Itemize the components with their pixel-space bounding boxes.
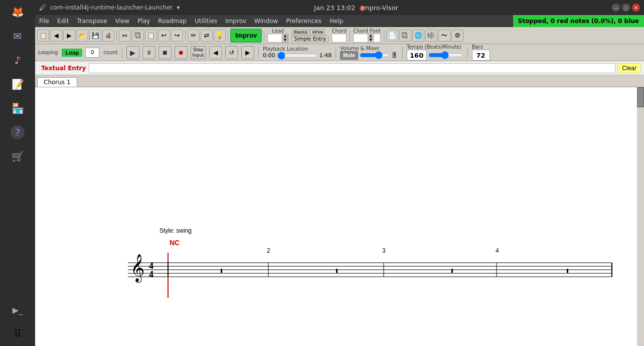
swap-button[interactable]: ⇄ [201, 30, 213, 42]
textual-entry-input[interactable] [89, 63, 615, 73]
toolbar: 📋 ◀ ▶ 📂 💾 🖨 ✂ ⿻ 📋 ↩ ↪ ✏ ⇄ 💡 Improv Lead … [35, 27, 644, 44]
step-input-button[interactable]: Step Input [191, 46, 206, 59]
loop-button[interactable]: Loop [62, 49, 82, 57]
replay-button[interactable]: ↺ [225, 46, 238, 59]
lead-arrows: ▲ ▼ [282, 34, 288, 43]
volume-group: Volume & Mixer Mute 🎚 [340, 46, 398, 60]
nc-label: NC [170, 239, 180, 247]
next-button[interactable]: ▶ [63, 30, 75, 42]
scrollbar-track[interactable] [637, 87, 644, 346]
menu-improv[interactable]: Improv [221, 15, 250, 27]
lead-up-arrow[interactable]: ▲ [282, 34, 288, 38]
bars-display[interactable]: 72 [472, 50, 490, 61]
sidebar-icon-firefox[interactable]: 🦊 [8, 2, 28, 22]
score-svg: Style: swing NC 𝄞 4 4 [35, 87, 637, 318]
svg-rect-13 [336, 269, 338, 273]
maximize-button[interactable]: □ [622, 4, 630, 12]
lead-input[interactable]: 0.5 [268, 34, 282, 42]
prev-button[interactable]: ◀ [50, 30, 62, 42]
chord-spinner-group: Chord [332, 28, 347, 43]
scrollbar-thumb[interactable] [637, 87, 644, 107]
sidebar: 🦊 ✉ ♪ 📝 🏪 ? 🛒 ▶_ ⠿ [0, 0, 35, 346]
sidebar-icon-mail[interactable]: ✉ [8, 26, 28, 46]
clear-button[interactable]: Clear [617, 63, 641, 73]
settings-button[interactable]: ⚙ [451, 30, 463, 42]
chorus-tab-item[interactable]: Chorus 1 [37, 77, 77, 87]
menu-help[interactable]: Help [326, 15, 347, 27]
next-track-button[interactable]: ▶ [241, 46, 254, 59]
menu-window[interactable]: Window [250, 15, 282, 27]
minimize-button[interactable]: — [612, 4, 620, 12]
lead-spinbox[interactable]: 0.5 ▲ ▼ [267, 34, 288, 43]
sidebar-icon-help[interactable]: ? [8, 122, 28, 142]
sidebar-icon-apps[interactable]: ⠿ [8, 324, 28, 344]
improv-button[interactable]: Improv [230, 29, 262, 43]
record-button[interactable]: ⏺ [175, 46, 188, 59]
menu-preferences[interactable]: Preferences [282, 15, 326, 27]
mute-button[interactable]: Mute [340, 51, 358, 60]
trans-sep1 [122, 47, 122, 58]
tempo-display[interactable]: 160 [407, 50, 427, 61]
menu-play[interactable]: Play [133, 15, 154, 27]
mixer-icon: 🎚 [391, 51, 398, 59]
close-button[interactable]: ✕ [632, 4, 640, 12]
dropdown-icon[interactable]: ▾ [177, 4, 180, 11]
textual-entry-label[interactable]: Textual Entry [38, 64, 89, 73]
menu-file[interactable]: File [35, 15, 53, 27]
volume-slider[interactable] [360, 52, 390, 59]
app-title: Impro-Visor [321, 4, 358, 12]
simple-entry-button[interactable]: Simple Entry [291, 36, 329, 42]
titlebar-controls: — □ ✕ [612, 4, 640, 12]
svg-rect-14 [451, 269, 453, 273]
black-white-button2[interactable]: White [310, 29, 326, 35]
sidebar-icon-writer[interactable]: 📝 [8, 74, 28, 94]
score2-button[interactable]: 🎼 [425, 30, 437, 42]
chord-font-input[interactable]: 16 [354, 34, 368, 42]
stop-button[interactable]: ⏹ [158, 46, 172, 59]
pencil-button[interactable]: ✏ [188, 30, 200, 42]
chord-font-up-arrow[interactable]: ▲ [368, 34, 374, 38]
pause-button[interactable]: ⏸ [142, 46, 155, 59]
print-button[interactable]: 🖨 [102, 30, 114, 42]
chord-label: Chord [332, 28, 347, 34]
chord-font-spinbox[interactable]: 16 ▲ ▼ [353, 34, 381, 43]
sheet-button[interactable]: 📄 [386, 30, 398, 42]
menu-view[interactable]: View [111, 15, 133, 27]
sidebar-icon-terminal[interactable]: ▶_ [8, 300, 28, 320]
bulb-button[interactable]: 💡 [214, 30, 226, 42]
wavy-button[interactable]: 〜 [438, 30, 450, 42]
sep4 [264, 30, 264, 41]
black-white-button[interactable]: Black& [291, 29, 309, 35]
playback-slider[interactable] [277, 52, 317, 59]
menu-roadmap[interactable]: Roadmap [154, 15, 191, 27]
notebook-button[interactable]: 📋 [37, 30, 49, 42]
menu-edit[interactable]: Edit [53, 15, 73, 27]
cut-button[interactable]: ✂ [119, 30, 131, 42]
prev-track-button[interactable]: ◀ [209, 46, 222, 59]
sidebar-icon-music[interactable]: ♪ [8, 50, 28, 70]
lead-down-arrow[interactable]: ▼ [282, 38, 288, 43]
tempo-slider[interactable] [428, 52, 463, 59]
bars-group: Bars 72 [472, 44, 490, 61]
sidebar-icon-appstore[interactable]: 🏪 [8, 98, 28, 118]
menu-utilities[interactable]: Utilities [191, 15, 221, 27]
play-button[interactable]: ▶ [126, 46, 139, 59]
save-button[interactable]: 💾 [89, 30, 101, 42]
score-content[interactable]: Style: swing NC 𝄞 4 4 [35, 87, 644, 346]
copy-button[interactable]: ⿻ [132, 30, 144, 42]
time-end: 1:48 [319, 52, 332, 59]
trans-sep3 [336, 47, 336, 58]
sep5 [350, 30, 350, 41]
redo-button[interactable]: ↪ [171, 30, 183, 42]
chord-font-down-arrow[interactable]: ▼ [368, 38, 374, 43]
globe-button[interactable]: 🌐 [412, 30, 424, 42]
undo-button[interactable]: ↩ [158, 30, 170, 42]
open-button[interactable]: 📂 [76, 30, 88, 42]
count-display: 0 [85, 48, 99, 58]
copy2-button[interactable]: ⿻ [399, 30, 411, 42]
menu-transpose[interactable]: Transpose [73, 15, 111, 27]
chorus-tab-bar: Chorus 1 [35, 75, 644, 87]
style-label: Style: swing [159, 227, 192, 234]
sidebar-icon-amazon[interactable]: 🛒 [8, 146, 28, 166]
paste-button[interactable]: 📋 [145, 30, 157, 42]
